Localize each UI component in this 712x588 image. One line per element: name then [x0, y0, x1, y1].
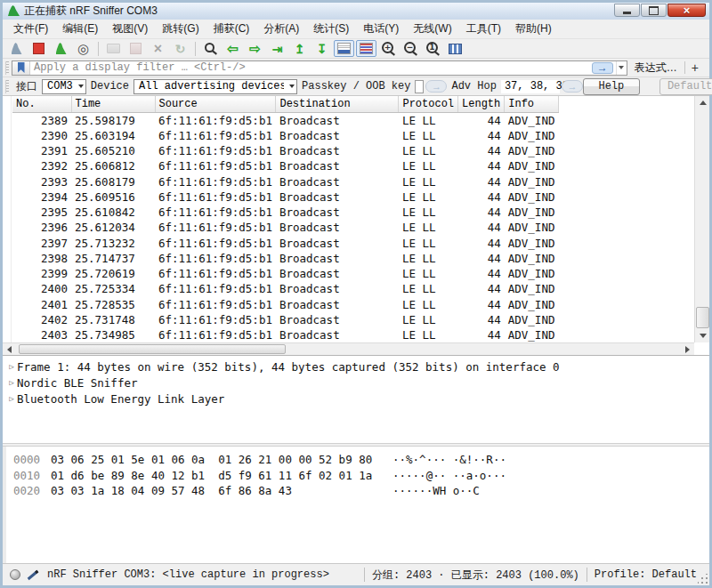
vertical-scrollbar-thumb[interactable]: [696, 307, 709, 328]
maximize-button[interactable]: [641, 4, 667, 17]
menu-item[interactable]: 视图(V): [105, 19, 155, 39]
go-last-packet-icon[interactable]: [312, 40, 332, 57]
auto-scroll-icon[interactable]: [334, 40, 354, 57]
display-filter-input[interactable]: Apply a display filter … <Ctrl-/>: [30, 61, 592, 74]
scroll-down-icon[interactable]: [695, 329, 709, 342]
find-packet-icon[interactable]: [200, 40, 221, 57]
zoom-original-icon[interactable]: [423, 40, 443, 57]
scroll-left-icon[interactable]: [3, 343, 16, 355]
advhop-label: Adv Hop: [451, 80, 496, 93]
resize-columns-icon[interactable]: [445, 40, 465, 57]
colorize-icon[interactable]: [356, 40, 376, 57]
menu-item[interactable]: 跳转(G): [155, 19, 206, 39]
packet-row[interactable]: 2391 25.605210 6f:11:61:f9:d5:b1 Broadca…: [12, 143, 558, 158]
stop-capture-icon[interactable]: [28, 40, 49, 57]
menu-item[interactable]: 编辑(E): [55, 19, 105, 39]
horizontal-scrollbar[interactable]: [3, 342, 694, 355]
passkey-apply-icon[interactable]: [425, 80, 447, 93]
defaults-button[interactable]: Defaults: [659, 78, 712, 95]
hex-row[interactable]: 0000 03 06 25 01 5e 01 06 0a 01 26 21 00…: [6, 452, 709, 468]
zoom-out-icon[interactable]: [400, 40, 421, 57]
device-select[interactable]: All advertising devices: [134, 79, 297, 94]
toolbar-grip[interactable]: [5, 61, 9, 75]
status-bar: nRF Sniffer COM3: <live capture in progr…: [3, 563, 709, 585]
filter-bookmark-icon[interactable]: [12, 61, 30, 75]
packet-row[interactable]: 2396 25.612034 6f:11:61:f9:d5:b1 Broadca…: [12, 220, 558, 235]
close-button[interactable]: [668, 4, 706, 17]
packet-details-pane: ▷ Frame 1: 44 bytes on wire (352 bits), …: [3, 355, 709, 443]
detail-tree-row[interactable]: ▷ Bluetooth Low Energy Link Layer: [6, 391, 709, 407]
open-file-icon[interactable]: [103, 40, 124, 57]
go-back-icon[interactable]: [222, 40, 243, 57]
capture-options-icon[interactable]: [73, 40, 93, 57]
column-header[interactable]: Length: [458, 96, 505, 112]
packet-row[interactable]: 2398 25.714737 6f:11:61:f9:d5:b1 Broadca…: [12, 251, 558, 266]
close-file-icon[interactable]: [148, 40, 168, 57]
toolbar-grip[interactable]: [5, 80, 9, 93]
profile-selector[interactable]: Profile: Default: [595, 568, 697, 581]
restart-capture-icon[interactable]: [51, 40, 71, 57]
menu-bar: 文件(F)编辑(E)视图(V)跳转(G)捕获(C)分析(A)统计(S)电话(Y)…: [3, 20, 709, 39]
detail-tree-row[interactable]: ▷ Nordic BLE Sniffer: [6, 375, 709, 391]
help-button[interactable]: Help: [583, 78, 640, 95]
packet-row[interactable]: 2402 25.731748 6f:11:61:f9:d5:b1 Broadca…: [12, 312, 558, 327]
expand-triangle-icon[interactable]: ▷: [6, 394, 17, 403]
column-header[interactable]: Destination: [276, 96, 399, 112]
menu-item[interactable]: 工具(T): [459, 19, 508, 39]
packet-row[interactable]: 2394 25.609516 6f:11:61:f9:d5:b1 Broadca…: [12, 189, 558, 205]
menu-item[interactable]: 分析(A): [256, 19, 306, 39]
add-filter-button[interactable]: +: [685, 60, 705, 75]
go-first-packet-icon[interactable]: [289, 40, 310, 57]
packet-row[interactable]: 2392 25.606812 6f:11:61:f9:d5:b1 Broadca…: [12, 158, 558, 173]
resize-grip[interactable]: [698, 574, 708, 584]
packet-row[interactable]: 2390 25.603194 6f:11:61:f9:d5:b1 Broadca…: [12, 128, 558, 143]
column-header[interactable]: Source: [155, 96, 276, 112]
interface-select[interactable]: COM3: [42, 79, 86, 94]
expert-info-icon[interactable]: [10, 569, 20, 580]
menu-item[interactable]: 电话(Y): [356, 19, 406, 39]
go-to-packet-icon[interactable]: [267, 40, 287, 57]
expand-triangle-icon[interactable]: ▷: [6, 362, 17, 371]
column-header[interactable]: No.: [12, 96, 71, 112]
packet-row[interactable]: 2389 25.598179 6f:11:61:f9:d5:b1 Broadca…: [12, 112, 558, 128]
zoom-in-icon[interactable]: [378, 40, 399, 57]
save-file-icon[interactable]: [125, 40, 146, 57]
packet-row[interactable]: 2401 25.728535 6f:11:61:f9:d5:b1 Broadca…: [12, 297, 558, 312]
menu-item[interactable]: 无线(W): [406, 19, 458, 39]
hex-row[interactable]: 0010 01 d6 be 89 8e 40 12 b1 d5 f9 61 11…: [6, 468, 709, 484]
advhop-input[interactable]: 37, 38, 39: [501, 80, 560, 93]
packet-table-header: No.TimeSourceDestinationProtocolLengthIn…: [12, 96, 558, 112]
packet-row[interactable]: 2395 25.610842 6f:11:61:f9:d5:b1 Broadca…: [12, 205, 558, 220]
horizontal-scrollbar-thumb[interactable]: [19, 344, 286, 354]
column-header[interactable]: Protocol: [399, 96, 458, 112]
menu-item[interactable]: 捕获(C): [206, 19, 257, 39]
expression-button[interactable]: 表达式…: [627, 60, 684, 76]
expand-triangle-icon[interactable]: ▷: [6, 378, 17, 387]
go-forward-icon[interactable]: [245, 40, 265, 57]
menu-item[interactable]: 统计(S): [306, 19, 356, 39]
passkey-input[interactable]: [415, 80, 424, 93]
display-filter-field[interactable]: Apply a display filter … <Ctrl-/>: [12, 60, 627, 76]
filter-history-dropdown[interactable]: [616, 61, 627, 75]
vertical-scrollbar[interactable]: [694, 96, 709, 342]
column-header[interactable]: Time: [71, 96, 155, 112]
advhop-apply-icon[interactable]: [562, 80, 583, 93]
scroll-up-icon[interactable]: [695, 96, 709, 109]
menu-item[interactable]: 文件(F): [6, 19, 55, 39]
packet-row[interactable]: 2399 25.720619 6f:11:61:f9:d5:b1 Broadca…: [12, 266, 558, 281]
hex-row[interactable]: 0020 03 03 1a 18 04 09 57 48 6f 86 8a 43…: [6, 483, 709, 499]
packet-row[interactable]: 2403 25.734985 6f:11:61:f9:d5:b1 Broadca…: [12, 327, 558, 342]
detail-tree-row[interactable]: ▷ Frame 1: 44 bytes on wire (352 bits), …: [6, 358, 709, 375]
packet-row[interactable]: 2393 25.608179 6f:11:61:f9:d5:b1 Broadca…: [12, 174, 558, 189]
start-capture-icon[interactable]: [6, 40, 27, 57]
packet-row[interactable]: 2397 25.713232 6f:11:61:f9:d5:b1 Broadca…: [12, 236, 558, 251]
reload-icon[interactable]: [170, 40, 190, 57]
scroll-right-icon[interactable]: [681, 343, 694, 355]
menu-item[interactable]: 帮助(H): [508, 19, 559, 39]
packet-row[interactable]: 2400 25.725334 6f:11:61:f9:d5:b1 Broadca…: [12, 281, 558, 296]
capture-comment-icon[interactable]: [26, 568, 40, 581]
minimize-button[interactable]: [614, 4, 640, 17]
apply-filter-button[interactable]: [592, 62, 613, 74]
detail-text: Frame 1: 44 bytes on wire (352 bits), 44…: [17, 360, 560, 374]
column-header[interactable]: Info: [505, 96, 559, 112]
